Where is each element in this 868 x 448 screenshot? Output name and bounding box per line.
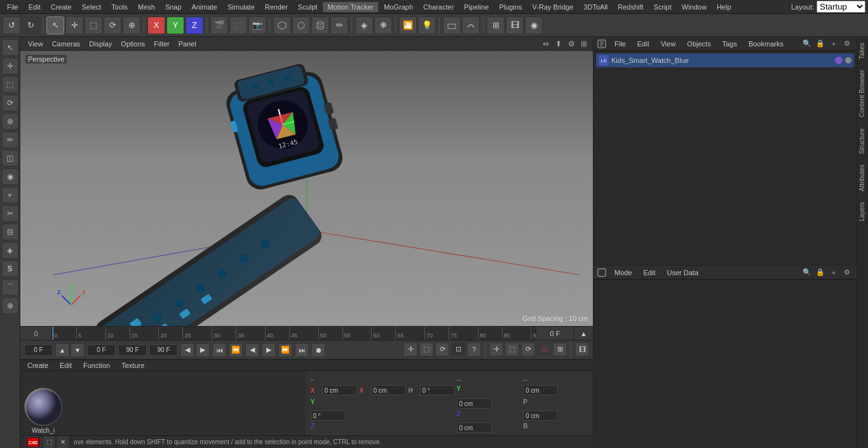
menu-select[interactable]: Select bbox=[78, 2, 106, 12]
status-icon-close[interactable]: ✕ bbox=[57, 437, 69, 448]
vp-menu-panel[interactable]: Panel bbox=[175, 39, 200, 49]
menu-plugins[interactable]: Plugins bbox=[494, 2, 526, 12]
menu-simulate[interactable]: Simulate bbox=[223, 2, 259, 12]
sidebar-select[interactable]: ↖ bbox=[2, 39, 18, 56]
play-forward-btn[interactable]: ▶ bbox=[262, 343, 276, 357]
cylinder-btn[interactable] bbox=[311, 17, 329, 34]
obj-menu-bookmarks[interactable]: Bookmarks bbox=[745, 39, 787, 49]
rotate-tool-btn[interactable]: ⟳ bbox=[104, 17, 121, 34]
help-btn[interactable]: ? bbox=[467, 343, 481, 356]
vp-icon-lock[interactable]: ⊞ bbox=[579, 39, 589, 49]
vp-icon-up[interactable]: ⬆ bbox=[553, 39, 564, 49]
menu-render[interactable]: Render bbox=[261, 2, 292, 12]
menu-mograph[interactable]: MoGraph bbox=[379, 2, 417, 12]
cube-btn[interactable] bbox=[273, 17, 291, 34]
sidebar-magnet[interactable]: ⌖ bbox=[2, 187, 18, 203]
select-tool-btn[interactable]: ↖ bbox=[46, 17, 64, 34]
keyframe-select-btn[interactable]: ⬚ bbox=[419, 343, 433, 356]
camera-btn[interactable]: 🎦 bbox=[399, 17, 417, 34]
obj-menu-edit[interactable]: Edit bbox=[634, 39, 653, 49]
attr-lock-btn[interactable]: 🔒 bbox=[815, 267, 826, 278]
mat-menu-texture[interactable]: Texture bbox=[118, 360, 147, 370]
attr-menu-mode[interactable]: Mode bbox=[611, 268, 635, 278]
mat-menu-edit[interactable]: Edit bbox=[57, 360, 75, 370]
menu-create[interactable]: Create bbox=[46, 2, 76, 12]
object-row-watch[interactable]: L0 Kids_Smart_Watch_Blue bbox=[596, 53, 854, 67]
vp-icon-arrows[interactable]: ⇔ bbox=[541, 39, 551, 49]
menu-3dtoall[interactable]: 3DToAll bbox=[579, 2, 612, 12]
motion-record-btn[interactable]: ⊡ bbox=[537, 343, 551, 356]
obj-menu-tags[interactable]: Tags bbox=[719, 39, 740, 49]
vp-icon-settings[interactable]: ⚙ bbox=[566, 39, 576, 49]
mat-menu-function[interactable]: Function bbox=[80, 360, 113, 370]
play-reverse-btn[interactable]: ◀ bbox=[245, 343, 259, 357]
deformer-btn[interactable] bbox=[462, 17, 480, 34]
obj-settings-btn[interactable]: ⚙ bbox=[841, 38, 853, 50]
vp-menu-view[interactable]: View bbox=[24, 39, 47, 49]
menu-snap[interactable]: Snap bbox=[161, 2, 186, 12]
vp-menu-options[interactable]: Options bbox=[117, 39, 149, 49]
end-frame-input[interactable] bbox=[118, 344, 147, 356]
motion-cam-btn[interactable]: 🎞 bbox=[506, 17, 524, 34]
obj-search-btn[interactable]: 🔍 bbox=[801, 38, 813, 50]
menu-tools[interactable]: Tools bbox=[107, 2, 132, 12]
vtab-structure[interactable]: Structure bbox=[857, 123, 868, 160]
material-item[interactable]: Watch_i bbox=[24, 388, 62, 434]
start-frame-input[interactable] bbox=[87, 344, 116, 356]
goto-end-btn[interactable]: ⏭ bbox=[295, 343, 309, 357]
menu-animate[interactable]: Animate bbox=[187, 2, 222, 12]
sidebar-knife[interactable]: ✂ bbox=[2, 205, 18, 222]
menu-redshift[interactable]: Redshift bbox=[613, 2, 648, 12]
sidebar-edge[interactable]: ◫ bbox=[2, 150, 18, 166]
sidebar-transform[interactable]: ⊕ bbox=[2, 113, 18, 130]
redo-btn[interactable]: ↻ bbox=[22, 17, 39, 34]
y-axis-btn[interactable]: Y bbox=[166, 17, 184, 34]
menu-window[interactable]: Window bbox=[677, 2, 711, 12]
attr-menu-edit[interactable]: Edit bbox=[641, 268, 659, 278]
sidebar-iron[interactable]: ◈ bbox=[2, 242, 18, 259]
nurbs-btn[interactable]: ◈ bbox=[355, 17, 373, 34]
vtab-content-browser[interactable]: Content Browser bbox=[857, 64, 868, 122]
menu-sculpt[interactable]: Sculpt bbox=[294, 2, 322, 12]
timeline[interactable]: 0 0 5 10 15 20 25 30 35 40 45 50 55 60 6 bbox=[20, 326, 593, 340]
menu-vray[interactable]: V-Ray Bridge bbox=[528, 2, 578, 12]
sidebar-sculpt[interactable]: ⌒ bbox=[2, 279, 18, 295]
timeline-arrow-up[interactable]: ▲ bbox=[574, 327, 593, 340]
p-input[interactable] bbox=[311, 411, 346, 421]
undo-btn[interactable]: ↺ bbox=[3, 17, 20, 34]
scale-tool-btn[interactable]: ⬚ bbox=[85, 17, 102, 34]
vp-menu-filter[interactable]: Filter bbox=[150, 39, 173, 49]
material-swatch[interactable] bbox=[24, 388, 62, 426]
render-settings-btn[interactable]: 📷 bbox=[248, 17, 266, 34]
menu-file[interactable]: File bbox=[3, 2, 23, 12]
move-tool-btn[interactable]: ✛ bbox=[65, 17, 83, 34]
attr-menu-userdata[interactable]: User Data bbox=[664, 268, 702, 278]
sidebar-rotate[interactable]: ⟳ bbox=[2, 95, 18, 111]
motion-snap-btn[interactable]: ✛ bbox=[489, 343, 503, 356]
motion-move-btn[interactable]: ⬚ bbox=[505, 343, 519, 356]
keyframe-auto-btn[interactable]: ⟳ bbox=[435, 343, 449, 356]
motion-grid-btn[interactable]: ⊞ bbox=[553, 343, 567, 356]
menu-motion-tracker[interactable]: Motion Tracker bbox=[323, 2, 378, 12]
obj-menu-view[interactable]: View bbox=[658, 39, 679, 49]
y-size-input[interactable] bbox=[457, 398, 492, 409]
z-pos-input[interactable] bbox=[523, 411, 558, 421]
sidebar-scale[interactable]: ⬚ bbox=[2, 76, 18, 93]
menu-script[interactable]: Script bbox=[649, 2, 676, 12]
status-icon-viewport[interactable]: ⬚ bbox=[43, 437, 55, 448]
attr-settings-btn[interactable]: ⚙ bbox=[841, 267, 853, 278]
render-view-btn[interactable]: 🎬 bbox=[210, 17, 228, 34]
vp-menu-cameras[interactable]: Cameras bbox=[48, 39, 85, 49]
attr-add-btn[interactable]: + bbox=[828, 267, 839, 278]
current-frame-input[interactable] bbox=[24, 344, 53, 356]
transform-tool-btn[interactable]: ⊕ bbox=[123, 17, 140, 34]
light2-btn[interactable]: ◉ bbox=[525, 17, 543, 34]
menu-help[interactable]: Help bbox=[712, 2, 736, 12]
cloner-btn[interactable]: ❋ bbox=[374, 17, 392, 34]
menu-character[interactable]: Character bbox=[419, 2, 458, 12]
x-axis-btn[interactable]: X bbox=[147, 17, 165, 34]
next-frame-btn[interactable]: ⏩ bbox=[278, 343, 292, 357]
sphere-btn[interactable] bbox=[292, 17, 310, 34]
x-pos-input[interactable] bbox=[322, 385, 357, 395]
max-frame-input[interactable] bbox=[149, 344, 178, 356]
